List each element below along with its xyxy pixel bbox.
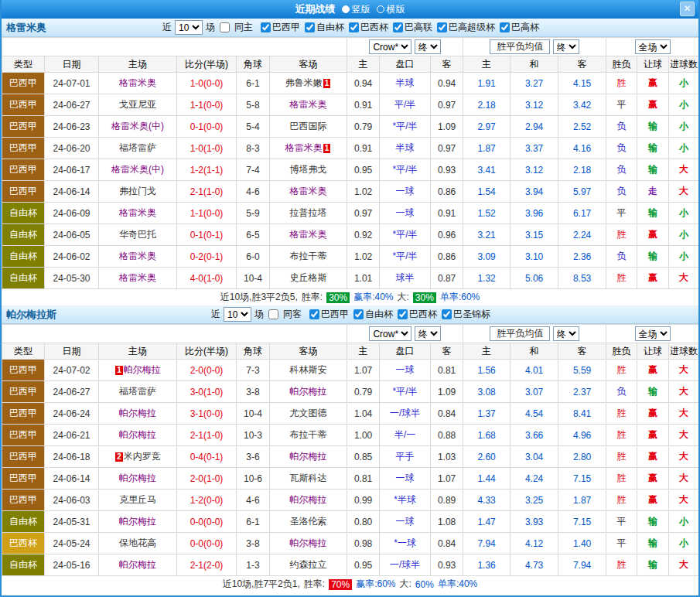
away-odds-cell: 0.91 xyxy=(431,203,463,224)
league-filter[interactable]: 自由杯 xyxy=(303,21,344,34)
team-name-text: 克里丘马 xyxy=(119,494,156,505)
euro-draw-odds-cell: 3.66 xyxy=(510,425,558,446)
league-checkbox[interactable] xyxy=(442,309,452,319)
bookmaker-select[interactable]: Crow* xyxy=(369,326,411,341)
red-card-badge: 1 xyxy=(115,366,123,375)
same-venue-checkbox[interactable] xyxy=(268,309,278,319)
team-name-text: 帕尔梅拉 xyxy=(119,408,156,418)
league-checkbox[interactable] xyxy=(261,22,271,32)
away-team-cell: 圣洛伦索 xyxy=(270,511,347,533)
home-odds-cell: 0.80 xyxy=(347,511,380,533)
away-team-cell: 布拉干蒂 xyxy=(270,425,347,446)
team-name: 格雷米奥 xyxy=(6,21,46,35)
profit-rate-text: 赢率:60% xyxy=(356,578,395,591)
league-checkbox[interactable] xyxy=(393,22,403,32)
near-label: 近 xyxy=(211,308,220,321)
team-name-text: 拉普拉塔 xyxy=(290,207,327,218)
league-checkbox[interactable] xyxy=(500,22,510,32)
goals-scope-select[interactable]: 全场 xyxy=(635,326,671,341)
column-header: 角球 xyxy=(237,56,270,73)
handicap-final-select[interactable]: 终 xyxy=(415,326,441,341)
result-cell: 胜 xyxy=(606,446,637,468)
away-odds-cell: 0.93 xyxy=(431,554,463,576)
league-label: 自由杯 xyxy=(316,21,344,34)
recent-count-select[interactable]: 10 xyxy=(175,20,203,35)
goals-result-cell: 小 xyxy=(669,533,699,554)
handicap-cell: *平/半 xyxy=(380,159,431,181)
odds-average-label: 胜平负均值 xyxy=(490,326,550,341)
result-cell: 负 xyxy=(606,116,637,138)
match-row: 自由杯24-05-31帕尔梅拉0-0(0-0)6-1圣洛伦索0.80一球1.08… xyxy=(2,511,699,533)
match-date-cell: 24-07-02 xyxy=(45,360,99,381)
league-checkbox[interactable] xyxy=(309,309,319,319)
league-filter[interactable]: 巴高超级杯 xyxy=(435,21,495,34)
euro-final-select[interactable]: 终 xyxy=(553,326,579,341)
summary-row: 近10场,胜3平2负5, 胜率: 30% 赢率:40% 大: 30% 单率:60… xyxy=(2,289,698,305)
handicap-result-cell: 赢 xyxy=(637,73,669,94)
league-filter[interactable]: 巴西甲 xyxy=(308,308,349,321)
home-odds-cell: 0.79 xyxy=(347,381,380,403)
radio-vertical[interactable]: 竖版 xyxy=(342,3,370,16)
goals-result-cell: 大 xyxy=(669,554,699,576)
goals-scope-select[interactable]: 全场 xyxy=(635,39,671,54)
league-label: 巴西甲 xyxy=(321,308,349,321)
league-filter[interactable]: 自由杯 xyxy=(352,308,393,321)
league-filter[interactable]: 巴西甲 xyxy=(259,21,300,34)
league-filter[interactable]: 巴高杯 xyxy=(498,21,539,34)
league-filter[interactable]: 巴高联 xyxy=(391,21,432,34)
section-header: 格雷米奥 近 10 场 同主 巴西甲自由杯巴西杯巴高联巴高超级杯巴高杯 xyxy=(2,19,698,37)
win-rate-label: 胜率: xyxy=(302,291,323,304)
team-name-text: 戈亚尼亚 xyxy=(119,99,156,110)
match-date-cell: 24-05-16 xyxy=(45,554,99,576)
league-checkbox[interactable] xyxy=(349,22,359,32)
close-button[interactable]: ✕ xyxy=(680,2,695,16)
team-name-text: 帕尔梅拉 xyxy=(119,472,156,483)
euro-home-odds-cell: 3.41 xyxy=(463,159,510,181)
euro-draw-odds-cell: 3.12 xyxy=(510,94,558,116)
league-filter[interactable]: 巴西杯 xyxy=(396,308,437,321)
home-team-cell: 格雷米奥 xyxy=(99,268,177,289)
home-odds-cell: 0.85 xyxy=(347,446,380,468)
same-venue-checkbox[interactable] xyxy=(220,22,230,32)
euro-home-odds-cell: 1.56 xyxy=(463,360,510,381)
league-label: 巴西杯 xyxy=(360,21,388,34)
away-team-cell: 博塔弗戈 xyxy=(270,159,347,181)
scope-controls-cell: 全场 xyxy=(606,38,699,56)
handicap-cell: 半/一 xyxy=(380,425,431,446)
column-header: 盘口 xyxy=(380,56,431,73)
league-checkbox[interactable] xyxy=(305,22,315,32)
goals-result-cell: 大 xyxy=(669,360,699,381)
radio-horizontal-label: 横版 xyxy=(387,3,405,16)
euro-home-odds-cell: 1.36 xyxy=(463,554,510,576)
home-team-cell: 格雷米奥 xyxy=(99,203,177,224)
bookmaker-select[interactable]: Crow* xyxy=(369,39,411,54)
home-team-cell: 格雷米奥 xyxy=(99,246,177,268)
home-odds-cell: 1.02 xyxy=(347,181,380,203)
away-odds-cell: 0.93 xyxy=(431,159,463,181)
radio-horizontal[interactable]: 横版 xyxy=(377,3,405,16)
league-filter[interactable]: 巴圣锦标 xyxy=(440,308,490,321)
away-team-cell: 格雷米奥 xyxy=(270,94,347,116)
result-cell: 胜 xyxy=(606,468,637,490)
away-odds-cell: 0.97 xyxy=(431,94,463,116)
handicap-cell: *平/半 xyxy=(380,381,431,403)
away-team-cell: 史丘格斯 xyxy=(270,268,347,289)
league-checkbox[interactable] xyxy=(398,309,408,319)
score-cell: 2-1(2-0) xyxy=(177,554,237,576)
league-filter[interactable]: 巴西杯 xyxy=(347,21,388,34)
filter-bar: 近 10 场 同主 巴西甲自由杯巴西杯巴高联巴高超级杯巴高杯 xyxy=(2,19,698,36)
handicap-final-select[interactable]: 终 xyxy=(415,39,441,54)
league-checkbox[interactable] xyxy=(353,309,364,319)
recent-count-select[interactable]: 10 xyxy=(224,307,251,322)
home-team-cell: 帕尔梅拉 xyxy=(99,403,177,425)
euro-final-select[interactable]: 终 xyxy=(553,39,579,54)
match-row: 巴西甲24-06-14弗拉门戈2-1(1-0)4-6格雷米奥1.02一球0.86… xyxy=(2,181,699,203)
league-checkbox[interactable] xyxy=(437,22,447,32)
score-cell: 0-4(0-1) xyxy=(177,446,237,468)
corners-cell: 3-8 xyxy=(237,381,270,403)
euro-home-odds-cell: 4.33 xyxy=(463,490,510,511)
goals-result-cell: 小 xyxy=(669,116,699,138)
column-header: 盘口 xyxy=(380,343,431,360)
score-cell: 3-1(0-0) xyxy=(177,403,237,425)
away-team-cell: 瓦斯科达 xyxy=(270,468,347,490)
